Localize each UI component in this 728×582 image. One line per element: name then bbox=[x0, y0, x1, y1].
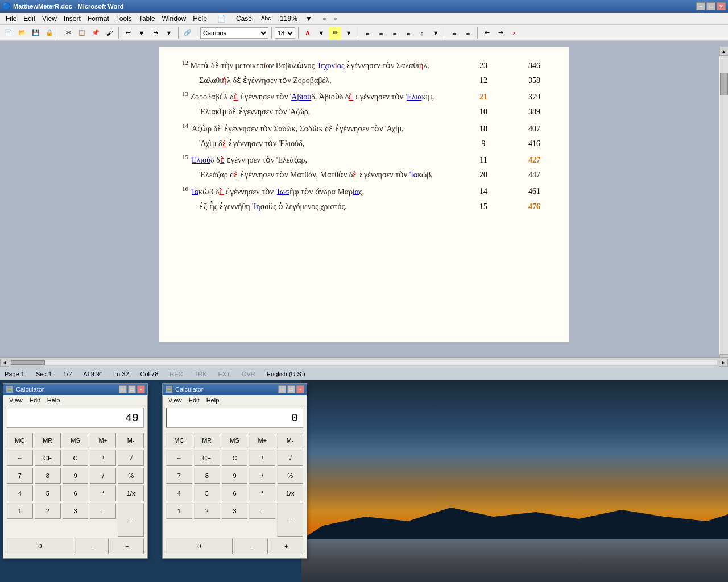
paste-btn[interactable]: 📌 bbox=[89, 27, 102, 39]
calc2-add[interactable]: + bbox=[270, 538, 303, 554]
indent-btn[interactable]: ⇥ bbox=[494, 27, 507, 39]
calc1-dot[interactable]: . bbox=[75, 538, 109, 554]
calc1-div[interactable]: / bbox=[90, 468, 116, 484]
calc1-inv[interactable]: 1/x bbox=[118, 485, 144, 501]
new-btn[interactable]: 📄 bbox=[2, 27, 15, 39]
calc1-7[interactable]: 7 bbox=[7, 468, 33, 484]
vertical-scrollbar[interactable]: ▲ ▼ bbox=[719, 47, 728, 357]
horizontal-scrollbar[interactable]: ◄ ► bbox=[0, 357, 728, 367]
calc2-close[interactable]: × bbox=[296, 385, 304, 393]
calc1-1[interactable]: 1 bbox=[7, 503, 33, 519]
link-word-8[interactable]: ία bbox=[353, 187, 359, 196]
link-word-1[interactable]: Ιεχονίας bbox=[318, 61, 344, 70]
calc1-sqrt[interactable]: √ bbox=[118, 450, 144, 466]
calc1-equals[interactable]: = bbox=[118, 503, 144, 537]
calc2-backspace[interactable]: ← bbox=[166, 450, 192, 466]
menu-table[interactable]: Table bbox=[135, 14, 159, 24]
calc2-1[interactable]: 1 bbox=[166, 503, 192, 519]
line-spacing-btn[interactable]: ↕ bbox=[416, 27, 428, 39]
link-word-6[interactable]: Ια bbox=[192, 187, 198, 196]
calc2-8[interactable]: 8 bbox=[194, 468, 220, 484]
align-left-btn[interactable]: ≡ bbox=[361, 27, 374, 39]
calc1-ce[interactable]: CE bbox=[35, 450, 61, 466]
hscroll-right-btn[interactable]: ► bbox=[719, 359, 728, 367]
align-center-btn[interactable]: ≡ bbox=[375, 27, 387, 39]
calc1-restore[interactable]: □ bbox=[128, 385, 136, 393]
calc2-div[interactable]: / bbox=[249, 468, 275, 484]
calc1-close[interactable]: × bbox=[137, 385, 145, 393]
save-btn[interactable]: 💾 bbox=[30, 27, 42, 39]
redo-dropdown-btn[interactable]: ▼ bbox=[163, 27, 175, 39]
restore-button[interactable]: □ bbox=[706, 2, 715, 10]
menu-file[interactable]: File bbox=[2, 14, 20, 24]
link-word-3[interactable]: Ελια bbox=[407, 93, 421, 101]
calc1-minimize[interactable]: – bbox=[119, 385, 127, 393]
menu-edit[interactable]: Edit bbox=[20, 14, 39, 24]
calc2-menu-help[interactable]: Help bbox=[203, 397, 223, 404]
calc1-mplus[interactable]: M+ bbox=[90, 433, 116, 448]
menu-window[interactable]: Window bbox=[159, 14, 190, 24]
calc2-minimize[interactable]: – bbox=[278, 385, 286, 393]
calc1-5[interactable]: 5 bbox=[35, 485, 61, 501]
font-color-dropdown[interactable]: ▼ bbox=[315, 27, 328, 39]
link-word-7[interactable]: Ιωσ bbox=[277, 187, 289, 196]
calc2-ce[interactable]: CE bbox=[194, 450, 220, 466]
calc1-c[interactable]: C bbox=[63, 450, 89, 466]
calc1-mr[interactable]: MR bbox=[35, 433, 61, 448]
calc1-pct[interactable]: % bbox=[118, 468, 144, 484]
calc2-sub[interactable]: - bbox=[249, 503, 275, 519]
calc2-mul[interactable]: * bbox=[249, 485, 275, 501]
undo-dropdown-btn[interactable]: ▼ bbox=[135, 27, 148, 39]
calc1-mc[interactable]: MC bbox=[7, 433, 33, 448]
calc2-equals[interactable]: = bbox=[277, 503, 303, 537]
cut-btn[interactable]: ✂ bbox=[62, 27, 75, 39]
line-spacing-dropdown[interactable]: ▼ bbox=[429, 27, 442, 39]
calc2-sqrt[interactable]: √ bbox=[277, 450, 303, 466]
hscroll-left-btn[interactable]: ◄ bbox=[0, 359, 9, 367]
calc1-sign[interactable]: ± bbox=[90, 450, 116, 466]
menu-view[interactable]: View bbox=[39, 14, 60, 24]
calc1-menu-edit[interactable]: Edit bbox=[26, 397, 44, 404]
menu-help[interactable]: Help bbox=[189, 14, 210, 24]
calc1-4[interactable]: 4 bbox=[7, 485, 33, 501]
menu-tools[interactable]: Tools bbox=[113, 14, 135, 24]
calc1-sub[interactable]: - bbox=[90, 503, 116, 519]
font-color-btn[interactable]: A bbox=[301, 27, 314, 39]
hscroll-track[interactable] bbox=[10, 360, 718, 365]
link-word-4[interactable]: Ελιού bbox=[192, 156, 210, 164]
calc2-3[interactable]: 3 bbox=[222, 503, 248, 519]
calc2-ms[interactable]: MS bbox=[222, 433, 248, 448]
menu-insert[interactable]: Insert bbox=[60, 14, 84, 24]
undo-btn[interactable]: ↩ bbox=[122, 27, 134, 39]
link-word-9[interactable]: Ιη bbox=[254, 202, 260, 211]
calc1-mminus[interactable]: M- bbox=[118, 433, 144, 448]
calc2-inv[interactable]: 1/x bbox=[277, 485, 303, 501]
scroll-down-arrow[interactable]: ▼ bbox=[719, 354, 729, 357]
calc1-8[interactable]: 8 bbox=[35, 468, 61, 484]
outdent-btn[interactable]: ⇤ bbox=[481, 27, 493, 39]
calc1-add[interactable]: + bbox=[110, 538, 144, 554]
redo-btn[interactable]: ↪ bbox=[149, 27, 162, 39]
calc1-mul[interactable]: * bbox=[90, 485, 116, 501]
calc2-restore[interactable]: □ bbox=[287, 385, 295, 393]
calc2-c[interactable]: C bbox=[222, 450, 248, 466]
permission-btn[interactable]: 🔒 bbox=[43, 27, 56, 39]
calc2-4[interactable]: 4 bbox=[166, 485, 192, 501]
scroll-track[interactable] bbox=[720, 56, 728, 354]
minimize-button[interactable]: – bbox=[696, 2, 705, 10]
calc2-mc[interactable]: MC bbox=[166, 433, 192, 448]
calc1-ms[interactable]: MS bbox=[63, 433, 89, 448]
calc2-6[interactable]: 6 bbox=[222, 485, 248, 501]
calc1-9[interactable]: 9 bbox=[63, 468, 89, 484]
calc2-0[interactable]: 0 bbox=[166, 538, 233, 554]
calc2-menu-edit[interactable]: Edit bbox=[185, 397, 203, 404]
scroll-up-arrow[interactable]: ▲ bbox=[719, 47, 729, 56]
close-button[interactable]: × bbox=[717, 2, 726, 10]
highlight-dropdown[interactable]: ▼ bbox=[342, 27, 355, 39]
calc2-dot[interactable]: . bbox=[234, 538, 268, 554]
calc2-pct[interactable]: % bbox=[277, 468, 303, 484]
scroll-thumb[interactable] bbox=[720, 73, 728, 95]
number-btn[interactable]: ≡ bbox=[462, 27, 474, 39]
calc2-mminus[interactable]: M- bbox=[277, 433, 303, 448]
calc1-2[interactable]: 2 bbox=[35, 503, 61, 519]
